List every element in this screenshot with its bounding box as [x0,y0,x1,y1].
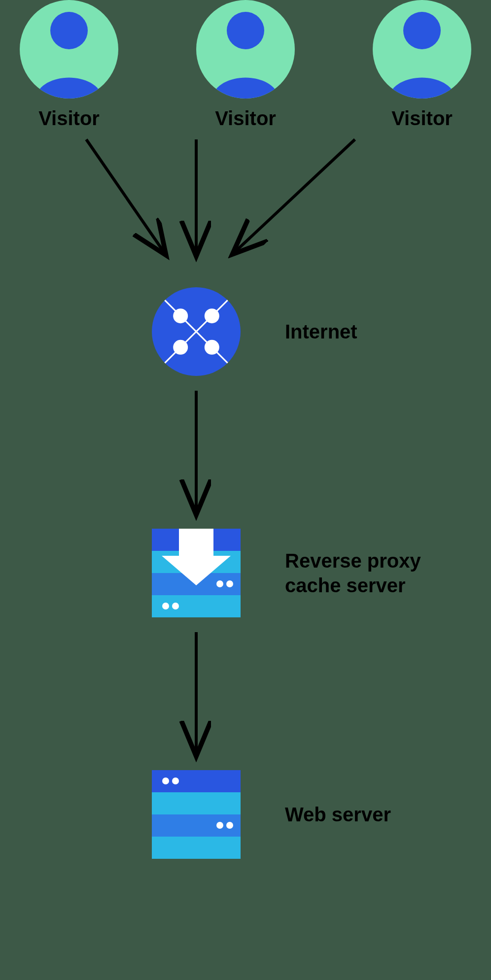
visitor-icon [20,0,118,99]
visitor-2-label: Visitor [215,107,276,130]
arrow-proxy-webserver [0,617,491,770]
internet-label: Internet [285,319,357,344]
visitor-1-label: Visitor [38,107,100,130]
webserver-row: Web server [0,770,491,859]
proxy-icon [152,529,241,617]
visitor-1: Visitor [20,0,118,130]
proxy-label: Reverse proxy cache server [285,548,421,598]
svg-rect-30 [152,792,241,814]
visitor-row: Visitor Visitor Visitor [0,0,491,130]
svg-point-25 [226,580,233,587]
proxy-row: Reverse proxy cache server [0,529,491,617]
internet-row: Internet [0,287,491,376]
webserver-icon [152,770,241,859]
visitor-icon [373,0,471,99]
arrows-visitors-internet [0,130,491,277]
svg-point-24 [216,580,223,587]
svg-rect-32 [152,837,241,859]
visitor-2: Visitor [196,0,295,130]
svg-point-27 [172,603,179,609]
svg-point-36 [226,822,233,829]
svg-point-26 [162,603,169,609]
svg-point-8 [403,12,441,49]
visitor-icon [196,0,295,99]
svg-point-34 [172,777,179,784]
internet-icon [152,287,241,376]
arrow-internet-proxy [0,376,491,529]
svg-line-11 [237,139,355,250]
visitor-3-label: Visitor [391,107,453,130]
svg-point-33 [162,777,169,784]
svg-point-2 [50,12,88,49]
visitor-3: Visitor [373,0,471,130]
svg-line-9 [86,139,163,250]
webserver-label: Web server [285,802,391,827]
svg-point-35 [216,822,223,829]
svg-point-5 [227,12,264,49]
